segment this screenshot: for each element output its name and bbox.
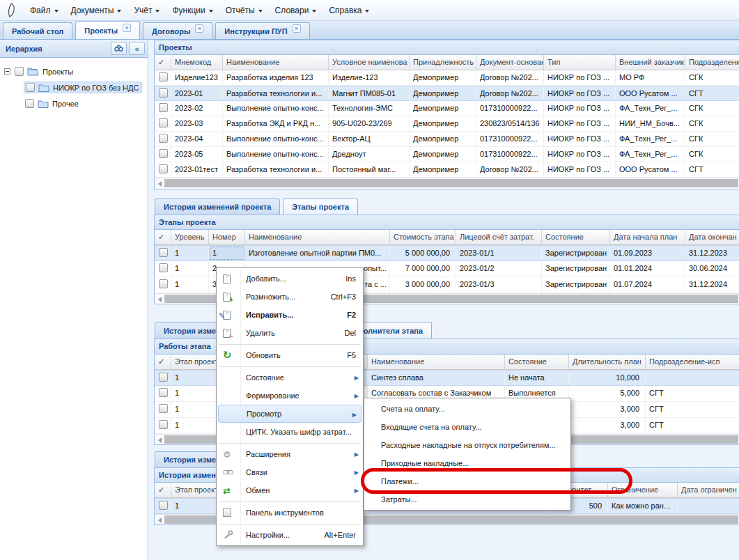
tab-desktop[interactable]: Рабочий стол: [3, 22, 72, 39]
tab-instructions[interactable]: Инструкции ПУП×: [215, 22, 309, 39]
close-icon[interactable]: ×: [195, 24, 203, 33]
horizontal-scrollbar[interactable]: [155, 178, 739, 188]
column-header[interactable]: Состояние: [505, 355, 569, 369]
table-row[interactable]: 2023-02 Выполнение опытно-конс... Технол…: [155, 101, 739, 116]
submenu-item-incoming-waybills[interactable]: Приходные накладные...: [364, 454, 570, 472]
row-checkbox[interactable]: [159, 88, 168, 98]
table-row-selected[interactable]: 1 1 Изготовление опытной партии ПМ0... 5…: [155, 245, 739, 261]
row-checkbox[interactable]: [159, 501, 168, 510]
submenu-item-incoming-invoices[interactable]: Входящие счета на оплату...: [364, 418, 570, 436]
check-column-header[interactable]: ✓: [155, 55, 171, 70]
row-checkbox[interactable]: [159, 134, 168, 143]
column-header[interactable]: Подразделение-исп: [646, 355, 739, 369]
submenu-item-invoices[interactable]: Счета на оплату...: [364, 400, 570, 418]
column-header[interactable]: Мнемокод: [171, 55, 223, 70]
table-row[interactable]: Изделие123 Разработка изделия 123 Издели…: [155, 70, 739, 86]
menu-item-settings[interactable]: Настройки...Alt+Enter: [217, 526, 363, 544]
tree-checkbox[interactable]: [26, 83, 35, 92]
column-header[interactable]: Лицевой счёт затрат.: [456, 230, 542, 244]
collapse-panel-icon[interactable]: «: [129, 42, 145, 55]
menu-item-duplicate[interactable]: + Размножить...Ctrl+F3: [217, 288, 363, 306]
menu-item-exchange[interactable]: ⇄ Обмен▶: [217, 481, 363, 499]
menu-item-extensions[interactable]: ⚙ Расширения▶: [217, 445, 363, 463]
menu-item-forming[interactable]: Формирование▶: [217, 387, 363, 405]
table-row[interactable]: 2023-03 Разработка ЭКД и РКД н... 905-U0…: [155, 116, 739, 132]
menu-item-delete[interactable]: − УдалитьDel: [217, 324, 363, 342]
column-header[interactable]: Условное наименова: [329, 55, 410, 70]
column-header[interactable]: Документ-основан: [476, 55, 544, 70]
menu-functions[interactable]: Функции: [166, 3, 219, 18]
scroll-left-icon[interactable]: [158, 181, 162, 187]
menu-item-links[interactable]: Связи▶: [217, 463, 363, 481]
tree-item-niokr[interactable]: НИОКР по ГОЗ без НДС: [0, 79, 148, 95]
tree-item-projects[interactable]: Проекты: [0, 63, 148, 79]
table-row[interactable]: 2023-04 Выполнение опытно-конс... Вектор…: [155, 132, 739, 147]
scrollbar-thumb[interactable]: [164, 179, 738, 187]
table-row[interactable]: 2023-05 Выполнение опытно-конс... Дредно…: [155, 147, 739, 162]
column-header[interactable]: Состояние: [542, 230, 610, 244]
row-checkbox[interactable]: [159, 388, 168, 397]
column-header[interactable]: Тип: [544, 55, 616, 70]
column-header[interactable]: Стоимость этапа: [390, 230, 456, 244]
check-column-header[interactable]: ✓: [155, 230, 171, 244]
column-header[interactable]: Принадлежность: [410, 55, 476, 70]
menu-item-state[interactable]: Состояние▶: [217, 368, 363, 387]
tree-item-other[interactable]: Прочее: [0, 95, 148, 111]
menu-item-toolbar-toggle[interactable]: Панель инструментов: [217, 504, 363, 522]
column-header[interactable]: Ограничение: [608, 483, 678, 497]
collapse-expander-icon[interactable]: [4, 68, 10, 75]
menu-dictionaries[interactable]: Словари: [269, 3, 323, 18]
row-checkbox[interactable]: [159, 248, 168, 257]
row-checkbox[interactable]: [159, 149, 168, 158]
column-header-sorted[interactable]: Длительность план▼: [569, 355, 646, 369]
menu-item-refresh[interactable]: ↻ ОбновитьF5: [217, 346, 363, 364]
close-icon[interactable]: ×: [123, 24, 131, 32]
close-icon[interactable]: ×: [293, 24, 301, 33]
column-header[interactable]: Наименование: [245, 230, 390, 244]
menu-file[interactable]: Файл: [24, 3, 65, 18]
table-row-selected[interactable]: 2023-01 Разработка технологии и... Магни…: [155, 86, 739, 101]
row-checkbox[interactable]: [159, 279, 168, 288]
scroll-left-icon[interactable]: [158, 518, 162, 523]
row-checkbox[interactable]: [159, 263, 168, 272]
check-column-header[interactable]: ✓: [155, 483, 171, 497]
tab-project-stages[interactable]: Этапы проекта: [283, 199, 358, 215]
tab-project-history[interactable]: История изменений проекта: [155, 199, 280, 215]
row-checkbox[interactable]: [159, 404, 168, 413]
menu-item-edit[interactable]: ✎ Исправить...F2: [217, 306, 363, 324]
row-checkbox[interactable]: [159, 373, 168, 382]
submenu-item-costs[interactable]: Затраты...: [364, 490, 570, 508]
row-checkbox[interactable]: [159, 118, 168, 127]
row-checkbox[interactable]: [159, 164, 168, 173]
column-header[interactable]: Внешний заказчик: [616, 55, 685, 70]
column-header[interactable]: Уровень: [171, 230, 209, 244]
tree-checkbox[interactable]: [15, 67, 24, 76]
column-header[interactable]: Номер: [209, 230, 245, 244]
submenu-item-payments[interactable]: Платежи...: [364, 472, 570, 490]
tab-projects[interactable]: Проекты×: [75, 21, 140, 39]
menu-item-view[interactable]: Просмотр▶: [218, 405, 361, 423]
search-icon[interactable]: [111, 42, 127, 55]
row-checkbox[interactable]: [159, 103, 168, 112]
row-checkbox[interactable]: [159, 72, 168, 81]
menu-item-add[interactable]: Добавить...Ins: [217, 270, 363, 288]
column-header[interactable]: Подразделение: [685, 55, 739, 70]
column-header[interactable]: Наименование: [368, 355, 505, 369]
menu-item-citk-cost-code[interactable]: ЦИТК. Указать шифр затрат...: [217, 423, 363, 441]
menu-documents[interactable]: Документы: [65, 3, 128, 18]
scroll-left-icon[interactable]: [158, 437, 162, 443]
column-header[interactable]: Дата окончан: [685, 230, 739, 244]
menu-reports[interactable]: Отчёты: [219, 3, 269, 18]
row-checkbox[interactable]: [159, 420, 168, 429]
check-column-header[interactable]: ✓: [155, 355, 171, 369]
column-header[interactable]: Дата начала план: [610, 230, 685, 244]
table-row[interactable]: 2023-01тест Разработка технологии и... П…: [155, 162, 739, 178]
menu-accounting[interactable]: Учёт: [127, 3, 166, 18]
menu-help[interactable]: Справка: [322, 3, 375, 18]
tab-contracts[interactable]: Договоры×: [143, 22, 212, 39]
submenu-item-outgoing-waybills[interactable]: Расходные накладные на отпуск потребител…: [364, 436, 570, 454]
scroll-left-icon[interactable]: [158, 297, 162, 302]
column-header[interactable]: Дата ограничен: [678, 483, 739, 497]
tree-checkbox[interactable]: [25, 99, 34, 108]
column-header[interactable]: Наименование: [223, 55, 329, 70]
